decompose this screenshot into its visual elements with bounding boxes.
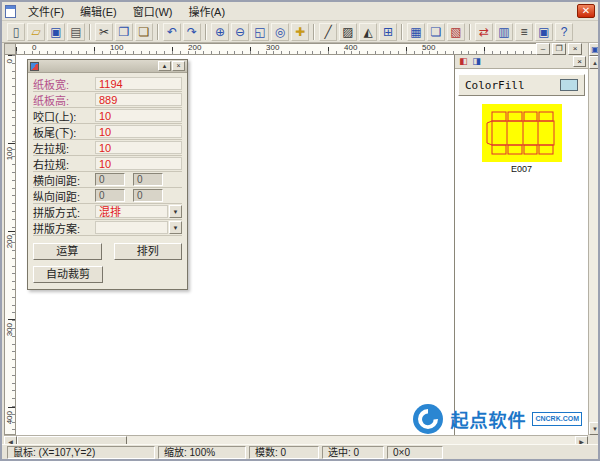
status-cell: 选中: 0 — [322, 446, 384, 459]
field-value[interactable]: 10 — [95, 157, 182, 170]
toolbar-separator — [205, 24, 207, 40]
spacing-input[interactable]: 0 — [95, 173, 125, 186]
scroll-up-button[interactable]: ▲ — [589, 56, 600, 69]
scroll-down-button[interactable]: ▼ — [589, 422, 600, 435]
panel-window-icon[interactable]: ▣ — [535, 23, 553, 41]
dialog-row: 拼版方式:混排▼ — [33, 204, 182, 220]
panel-header-icons: ◧◨ — [457, 56, 483, 67]
dialog-row: 纵向间距:00 — [33, 188, 182, 204]
dialog-close-button[interactable]: × — [172, 61, 185, 71]
help-icon[interactable]: ? — [555, 23, 573, 41]
dropdown-arrow-icon[interactable]: ▼ — [169, 221, 182, 234]
dialog-row: 咬口(上):10 — [33, 108, 182, 124]
spacing-input[interactable]: 0 — [95, 189, 125, 202]
spacing-input[interactable]: 0 — [133, 173, 163, 186]
field-value[interactable]: 889 — [95, 93, 182, 106]
dialog-row: 纸板高:889 — [33, 92, 182, 108]
list-icon[interactable]: ≡ — [515, 23, 533, 41]
thumbnail-label: E007 — [455, 164, 588, 174]
run-button[interactable]: 运算 — [33, 243, 102, 260]
zoom-fit-icon[interactable]: ◎ — [271, 23, 289, 41]
child-minimize-button[interactable]: – — [536, 43, 550, 55]
line-tool-icon[interactable]: ╱ — [319, 23, 337, 41]
colorfill-swatch[interactable] — [560, 79, 578, 91]
watermark-title: 起点软件 — [450, 406, 526, 432]
auto-crop-button[interactable]: 自动裁剪 — [33, 266, 103, 283]
undo-icon[interactable]: ↶ — [163, 23, 181, 41]
copy-icon[interactable]: ❐ — [115, 23, 133, 41]
panel-close-button[interactable]: × — [573, 56, 586, 67]
field-label: 横向间距: — [33, 172, 95, 188]
pan-hand-icon[interactable]: ✚ — [291, 23, 309, 41]
paste-icon[interactable]: ❏ — [135, 23, 153, 41]
dropdown-value[interactable] — [95, 221, 168, 234]
vertical-scroll-track[interactable] — [589, 69, 600, 422]
status-cell: 缩放: 100% — [158, 446, 246, 459]
vertical-ruler: 0100200300400 — [4, 55, 16, 435]
menu-item[interactable]: 文件(F) — [20, 1, 72, 21]
vruler-label: 200 — [5, 235, 14, 248]
ruler-corner — [4, 43, 16, 55]
grid-icon[interactable]: ▦ — [407, 23, 425, 41]
dialog-rollup-button[interactable]: ▴ — [158, 61, 171, 71]
redo-icon[interactable]: ↷ — [183, 23, 201, 41]
zoom-window-icon[interactable]: ◱ — [251, 23, 269, 41]
field-value[interactable]: 10 — [95, 109, 182, 122]
menu-item[interactable]: 操作(A) — [180, 1, 233, 21]
vertical-scrollbar[interactable]: ▣ ▲ ▼ — [588, 43, 600, 435]
watermark: 起点软件 CNCRK.COM — [412, 403, 582, 435]
dialog-body: 纸板宽:1194纸板高:889咬口(上):10板尾(下):10左拉规:10右拉规… — [28, 73, 187, 289]
zoom-in-icon[interactable]: ⊕ — [211, 23, 229, 41]
swap-icon[interactable]: ⇄ — [475, 23, 493, 41]
triangle-tool-icon[interactable]: ◭ — [359, 23, 377, 41]
vruler-label: 0 — [5, 59, 14, 63]
dropdown-arrow-icon[interactable]: ▼ — [169, 205, 182, 218]
field-label: 左拉规: — [33, 140, 95, 156]
stroke-tool-icon[interactable]: ◨ — [470, 56, 483, 67]
field-label: 咬口(上): — [33, 108, 95, 124]
child-window-controls: –❐× — [536, 43, 582, 55]
new-file-icon[interactable]: ▯ — [7, 23, 25, 41]
watermark-badge: CNCRK.COM — [532, 412, 582, 426]
field-label: 纵向间距: — [33, 188, 95, 204]
field-value[interactable]: 10 — [95, 125, 182, 138]
toolbar-right: ▣? — [534, 23, 574, 41]
arrange-button[interactable]: 排列 — [114, 243, 183, 260]
field-label: 纸板宽: — [33, 76, 95, 92]
child-restore-button[interactable]: ❐ — [552, 43, 566, 55]
menu-item[interactable]: 窗口(W) — [125, 1, 181, 21]
cut-icon[interactable]: ✂ — [95, 23, 113, 41]
color-palette-icon[interactable]: ▧ — [447, 23, 465, 41]
field-label: 纸板高: — [33, 92, 95, 108]
dialog-row: 横向间距:00 — [33, 172, 182, 188]
watermark-logo-icon — [412, 403, 444, 435]
dieline-thumbnail[interactable] — [482, 104, 562, 162]
table-icon[interactable]: ▥ — [495, 23, 513, 41]
dialog-titlebar[interactable]: ▴ × — [28, 60, 187, 73]
hruler-label: 500 — [422, 44, 435, 52]
field-label: 板尾(下): — [33, 124, 95, 140]
child-close-button[interactable]: × — [568, 43, 582, 55]
save-icon[interactable]: ▣ — [47, 23, 65, 41]
hruler-label: 400 — [344, 44, 357, 52]
dropdown-value[interactable]: 混排 — [95, 205, 168, 218]
spacing-input[interactable]: 0 — [133, 189, 163, 202]
fill-tool-icon[interactable]: ◧ — [457, 56, 470, 67]
menubar: 文件(F)编辑(E)窗口(W)操作(A) — [2, 2, 598, 21]
application-window: { "window": { "close_glyph": "✕" }, "men… — [0, 0, 600, 461]
cascade-windows-icon[interactable]: ❏ — [427, 23, 445, 41]
vruler-label: 100 — [5, 147, 14, 160]
print-icon[interactable]: ▤ — [67, 23, 85, 41]
dialog-row: 纸板宽:1194 — [33, 76, 182, 92]
dialog-row: 板尾(下):10 — [33, 124, 182, 140]
toolbar: ▯▱▣▤✂❐❏↶↷⊕⊖◱◎✚╱▨◭⊞▦❏▧⇄▥≡ ▣? — [2, 21, 598, 43]
zoom-out-icon[interactable]: ⊖ — [231, 23, 249, 41]
field-value[interactable]: 1194 — [95, 77, 182, 90]
measure-tool-icon[interactable]: ⊞ — [379, 23, 397, 41]
panel-toggle-icon[interactable]: ▣ — [589, 43, 600, 56]
window-close-button[interactable]: ✕ — [577, 4, 595, 18]
menu-item[interactable]: 编辑(E) — [72, 1, 125, 21]
field-value[interactable]: 10 — [95, 141, 182, 154]
hatch-tool-icon[interactable]: ▨ — [339, 23, 357, 41]
open-folder-icon[interactable]: ▱ — [27, 23, 45, 41]
